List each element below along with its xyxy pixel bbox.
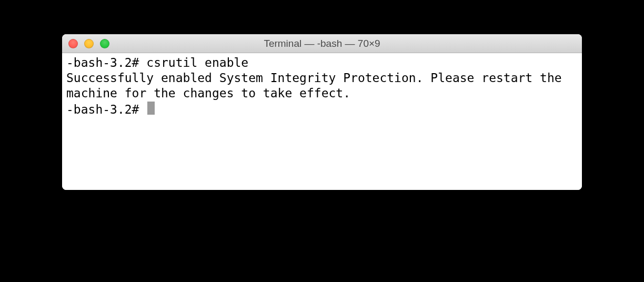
- shell-prompt: -bash-3.2#: [66, 55, 146, 70]
- terminal-window: Terminal — -bash — 70×9 -bash-3.2# csrut…: [62, 34, 582, 190]
- traffic-lights: [68, 39, 109, 48]
- current-prompt-line: -bash-3.2#: [66, 100, 578, 117]
- window-title: Terminal — -bash — 70×9: [264, 38, 380, 49]
- shell-command: csrutil enable: [146, 55, 248, 70]
- command-line: -bash-3.2# csrutil enable: [66, 55, 578, 70]
- shell-prompt-current: -bash-3.2#: [66, 102, 146, 117]
- cursor-icon: [147, 102, 155, 115]
- maximize-button[interactable]: [100, 39, 109, 48]
- close-button[interactable]: [68, 39, 78, 48]
- minimize-button[interactable]: [84, 39, 94, 48]
- title-bar[interactable]: Terminal — -bash — 70×9: [62, 34, 582, 53]
- terminal-body[interactable]: -bash-3.2# csrutil enableSuccessfully en…: [62, 53, 582, 190]
- command-output: Successfully enabled System Integrity Pr…: [66, 71, 569, 100]
